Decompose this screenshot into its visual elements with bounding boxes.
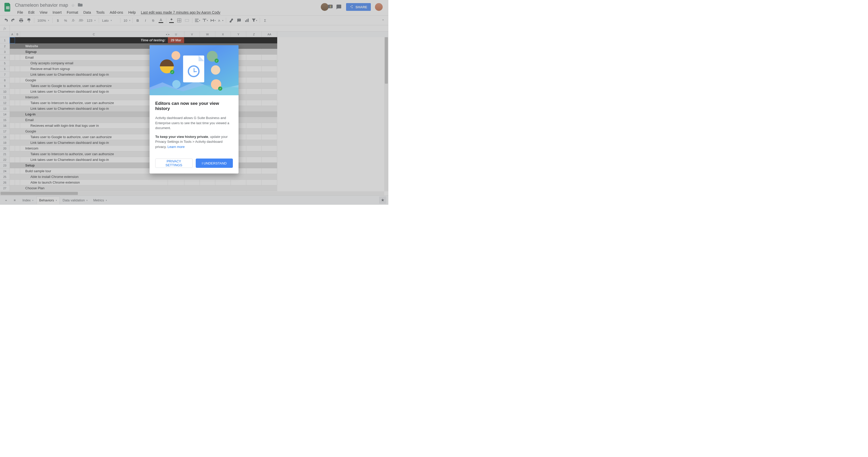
learn-more-link[interactable]: Learn more [167,145,184,149]
modal-paragraph-2: To keep your view history private, updat… [155,134,233,149]
modal-title: Editors can now see your view history [155,101,233,111]
modal-hero-illustration: ✓ ✓ ✓ [150,45,239,95]
view-history-modal: ✓ ✓ ✓ Editors can now see your view hist… [150,45,239,173]
modal-paragraph-1: Activity dashboard allows G Suite Busine… [155,115,233,131]
privacy-settings-button[interactable]: PRIVACY SETTINGS [155,159,193,168]
i-understand-button[interactable]: I UNDERSTAND [196,159,233,168]
